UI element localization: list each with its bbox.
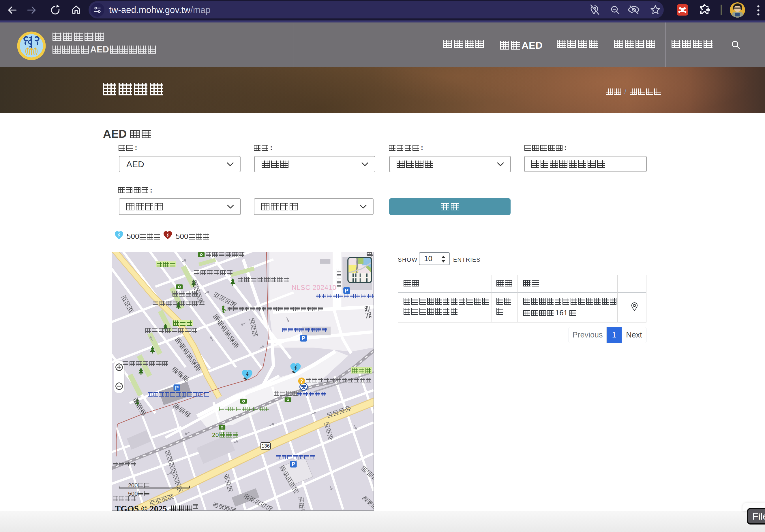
svg-text:P: P <box>175 385 179 391</box>
svg-text:P: P <box>302 335 306 341</box>
svg-text:P: P <box>345 288 349 294</box>
svg-text:136: 136 <box>262 443 270 449</box>
svg-text:?: ? <box>300 379 303 384</box>
svg-text:P: P <box>292 461 296 467</box>
